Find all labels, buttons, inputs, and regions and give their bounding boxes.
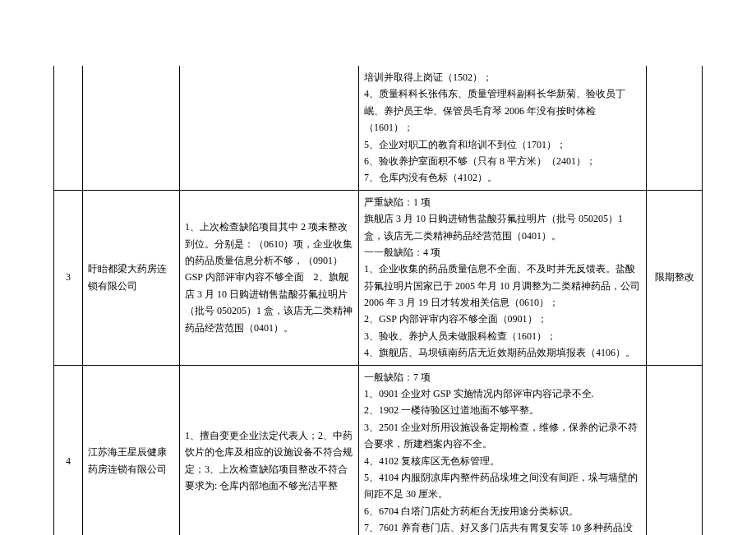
table-row: 4江苏海王星辰健康药房连锁有限公司1、擅自变更企业法定代表人；2、中药饮片的仓库…	[54, 365, 703, 535]
inspection-table: 培训并取得上岗证（1502）；4、质量科科长张伟东、质量管理科副科长华新菊、验收…	[53, 66, 703, 535]
company-name: 江苏海王星辰健康药房连锁有限公司	[83, 365, 180, 535]
summary-cell	[180, 66, 359, 190]
summary-cell: 1、擅自变更企业法定代表人；2、中药饮片的仓库及相应的设施设备不符合规定；3、上…	[180, 365, 359, 535]
summary-cell: 1、上次检查缺陷项目其中 2 项未整改到位。分别是：（0610）项，企业收集的药…	[180, 190, 359, 365]
document-page: 培训并取得上岗证（1502）；4、质量科科长张伟东、质量管理科副科长华新菊、验收…	[0, 0, 756, 535]
table-row: 3盱眙都梁大药房连锁有限公司1、上次检查缺陷项目其中 2 项未整改到位。分别是：…	[54, 190, 703, 365]
row-number	[54, 66, 83, 190]
table-row: 培训并取得上岗证（1502）；4、质量科科长张伟东、质量管理科副科长华新菊、验收…	[54, 66, 703, 190]
action-cell	[647, 365, 703, 535]
company-name	[83, 66, 180, 190]
action-cell	[647, 66, 703, 190]
detail-cell: 培训并取得上岗证（1502）；4、质量科科长张伟东、质量管理科副科长华新菊、验收…	[359, 66, 647, 190]
detail-cell: 严重缺陷：1 项旗舰店 3 月 10 日购进销售盐酸芬氟拉明片（批号 05020…	[359, 190, 647, 365]
action-cell: 限期整改	[647, 190, 703, 365]
company-name: 盱眙都梁大药房连锁有限公司	[83, 190, 180, 365]
detail-cell: 一般缺陷：7 项1、0901 企业对 GSP 实施情况内部评审内容记录不全.2、…	[359, 365, 647, 535]
row-number: 4	[54, 365, 83, 535]
row-number: 3	[54, 190, 83, 365]
